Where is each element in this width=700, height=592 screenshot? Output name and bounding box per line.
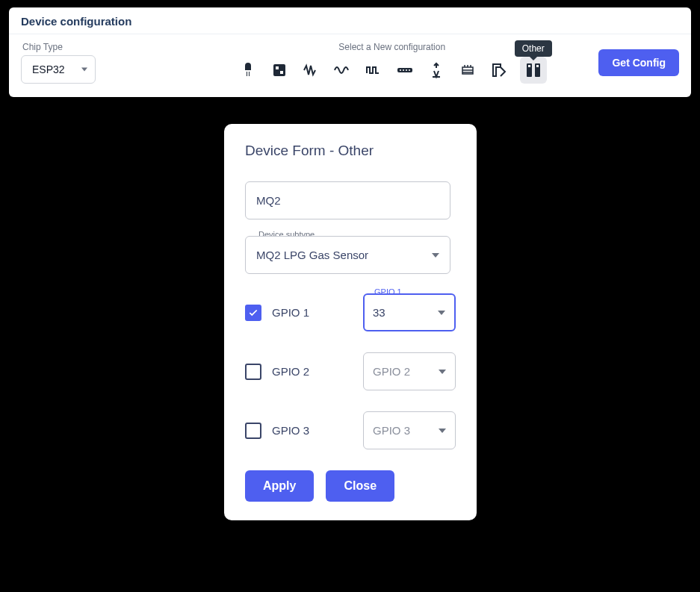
other-icon-wrapper: Other	[520, 57, 547, 84]
chevron-down-icon	[439, 370, 446, 374]
get-config-button[interactable]: Get Config	[598, 49, 679, 76]
pwm-icon[interactable]	[300, 60, 321, 81]
tooltip: Other	[515, 40, 552, 57]
config-select-label: Select a New configuration	[338, 42, 445, 52]
modal-title: Device Form - Other	[245, 143, 456, 159]
chip-type-select[interactable]: ESP32	[21, 55, 96, 84]
device-subtype-select[interactable]: MQ2 LPG Gas Sensor	[245, 236, 450, 274]
gpio-row-1: GPIO 1 GPIO 1 33	[245, 293, 456, 331]
svg-rect-2	[280, 71, 283, 74]
uart-icon[interactable]	[394, 60, 415, 81]
config-select-column: Select a New configuration	[185, 42, 598, 84]
gpio-2-select-value: GPIO 2	[373, 365, 410, 378]
gpio-1-select-wrap: GPIO 1 33	[363, 293, 456, 331]
chip-type-column: Chip Type ESP32	[21, 42, 96, 84]
gpio-2-label: GPIO 2	[272, 365, 324, 378]
chevron-down-icon	[439, 429, 446, 433]
relay-icon[interactable]	[269, 60, 290, 81]
dimension-icon[interactable]	[489, 60, 509, 81]
svg-rect-0	[273, 64, 285, 76]
svg-rect-1	[276, 66, 279, 69]
device-subtype-value: MQ2 LPG Gas Sensor	[256, 249, 368, 261]
config-icon-row: Other	[238, 57, 547, 84]
gpio-1-select-value: 33	[373, 306, 385, 319]
analog-icon[interactable]	[332, 60, 353, 81]
chip-type-value: ESP32	[32, 63, 65, 75]
chevron-down-icon	[432, 253, 439, 258]
gpio-2-select[interactable]: GPIO 2	[363, 352, 456, 390]
digital-icon[interactable]	[363, 60, 384, 81]
device-config-panel: Device configuration Chip Type ESP32 Sel…	[9, 7, 691, 97]
chip-type-label: Chip Type	[22, 42, 96, 52]
device-name-input[interactable]	[245, 181, 450, 219]
panel-title: Device configuration	[9, 7, 691, 34]
close-button[interactable]: Close	[326, 470, 394, 502]
gpio-row-2: GPIO 2 GPIO 2	[245, 352, 456, 390]
gpio-2-checkbox[interactable]	[245, 364, 261, 380]
spi-icon[interactable]	[426, 60, 447, 81]
gpio-3-select-value: GPIO 3	[373, 424, 410, 437]
gpio-2-select-wrap: GPIO 2	[363, 352, 456, 390]
gpio-1-checkbox[interactable]	[245, 305, 261, 321]
other-icon[interactable]	[520, 57, 547, 84]
led-icon[interactable]	[238, 60, 258, 81]
gpio-3-select-wrap: GPIO 3	[363, 411, 456, 449]
gpio-3-checkbox[interactable]	[245, 423, 261, 439]
modal-actions: Apply Close	[245, 470, 456, 502]
gpio-3-label: GPIO 3	[272, 424, 324, 437]
gpio-1-select[interactable]: 33	[363, 293, 456, 331]
svg-rect-7	[536, 65, 539, 67]
chevron-down-icon	[438, 311, 445, 315]
svg-rect-6	[528, 65, 530, 67]
apply-button[interactable]: Apply	[245, 470, 314, 502]
gpio-3-select[interactable]: GPIO 3	[363, 411, 456, 449]
panel-body: Chip Type ESP32 Select a New configurati…	[9, 34, 691, 97]
chevron-down-icon	[81, 68, 87, 72]
device-subtype-field: Device subtype MQ2 LPG Gas Sensor	[245, 236, 450, 274]
i2c-icon[interactable]	[457, 60, 478, 81]
device-form-modal: Device Form - Other Device subtype MQ2 L…	[224, 124, 477, 520]
gpio-row-3: GPIO 3 GPIO 3	[245, 411, 456, 449]
gpio-1-label: GPIO 1	[272, 306, 324, 319]
